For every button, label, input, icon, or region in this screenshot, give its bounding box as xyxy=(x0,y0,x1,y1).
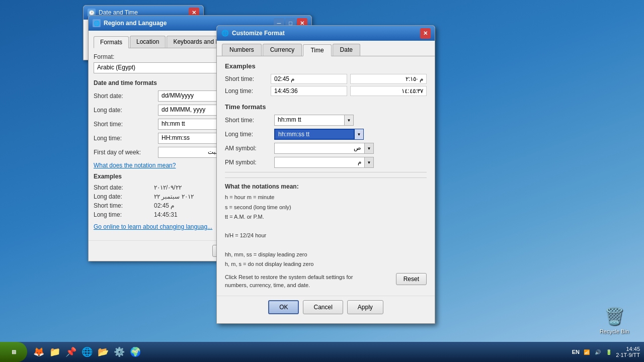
ex-long-time-v1: 14:45:36 xyxy=(271,86,347,96)
start-button[interactable]: ⊞ xyxy=(0,342,27,362)
customize-icon: 🌐 xyxy=(221,29,229,37)
customize-body: Numbers Currency Time Date Examples Shor… xyxy=(217,41,435,323)
start-orb: ⊞ xyxy=(12,349,16,355)
customize-tabs: Numbers Currency Time Date xyxy=(217,41,435,56)
long-time-format-select[interactable]: hh:mm:ss tt xyxy=(274,129,355,140)
short-time-format-select[interactable]: hh:mm tt xyxy=(274,115,345,126)
recycle-bin-icon: 🗑️ xyxy=(602,304,626,328)
long-time-format-arrow[interactable]: ▼ xyxy=(355,129,364,140)
am-symbol-row: AM symbol: ص ▼ xyxy=(225,143,427,154)
short-time-ex-label: Short time: xyxy=(94,202,154,209)
ex-short-time-v2: م ·٢:١٥ xyxy=(350,74,427,84)
customize-format-dialog: 🌐 Customize Format ✕ Numbers Currency Ti… xyxy=(216,25,435,324)
am-symbol-label: AM symbol: xyxy=(225,145,270,152)
ex-short-time-label: Short time: xyxy=(225,74,268,84)
files-icon[interactable]: 📂 xyxy=(96,344,111,359)
recycle-bin-label: Recycle Bin xyxy=(600,328,629,334)
tab-formats[interactable]: Formats xyxy=(94,36,129,48)
network-icon[interactable]: 🌍 xyxy=(128,344,143,359)
taskbar: ⊞ 🦊 📁 📌 🌐 📂 ⚙️ 🌍 EN 📶 🔊 🔋 14:45 2·1T·9/T… xyxy=(0,342,644,362)
volume-icon[interactable]: 🔊 xyxy=(594,348,602,356)
ex-short-time-v1: 02:45 م xyxy=(271,74,347,84)
long-date-ex-value: ٢٠١٢ سبتمبر ٢٢ xyxy=(154,193,194,200)
reset-btn[interactable]: Reset xyxy=(396,273,427,285)
divider xyxy=(225,172,427,172)
notation-section: What the notations mean: h = hour m = mi… xyxy=(225,177,427,269)
customize-cancel-btn[interactable]: Cancel xyxy=(303,300,343,314)
long-time-format-row: Long time: hh:mm:ss tt ▼ xyxy=(225,129,427,140)
short-time-format-label: Short time: xyxy=(225,117,270,124)
long-time-ex-label: Long time: xyxy=(94,211,154,218)
short-date-label: Short date: xyxy=(94,93,154,100)
clock-date: 2·1T·9/TT xyxy=(616,352,640,358)
short-date-ex-value: ٢٠١٢/٠٩/٢٢ xyxy=(154,184,182,191)
customize-title: Customize Format xyxy=(232,30,285,37)
long-date-ex-label: Long date: xyxy=(94,193,154,200)
pm-symbol-arrow[interactable]: ▼ xyxy=(365,157,374,168)
long-date-label: Long date: xyxy=(94,107,154,114)
short-date-ex-label: Short date: xyxy=(94,184,154,191)
customize-titlebar[interactable]: 🌐 Customize Format ✕ xyxy=(217,26,435,41)
customize-footer: OK Cancel Apply xyxy=(217,296,435,318)
pm-symbol-select[interactable]: م xyxy=(274,157,365,168)
notation-tt: tt = A.M. or P.M. xyxy=(225,213,427,222)
desktop: 🕐 Date and Time ✕ Co... 🌐 Region and Lan… xyxy=(0,0,644,362)
customize-content: Examples Short time: 02:45 م م ·٢:١٥ Lon… xyxy=(217,56,435,296)
notation-m: m = minute xyxy=(246,194,275,200)
customize-close-btn[interactable]: ✕ xyxy=(420,28,431,39)
customize-apply-btn[interactable]: Apply xyxy=(347,300,383,314)
notation-hH: h/H = 12/24 hour xyxy=(225,231,427,240)
folder-icon[interactable]: 📁 xyxy=(47,344,62,359)
notation-s: s = second (long time only) xyxy=(225,203,427,212)
am-symbol-arrow[interactable]: ▼ xyxy=(365,143,374,154)
battery-icon[interactable]: 🔋 xyxy=(605,348,613,356)
time-formats-header: Time formats xyxy=(225,103,427,111)
pm-symbol-row: PM symbol: م ▼ xyxy=(225,157,427,168)
long-time-ex-value: 14:45:31 xyxy=(154,211,178,218)
tab-location[interactable]: Location xyxy=(130,36,166,48)
short-time-format-arrow[interactable]: ▼ xyxy=(345,115,354,126)
notation-text: h = hour m = minute s = second (long tim… xyxy=(225,193,427,269)
ex-long-time-label: Long time: xyxy=(225,86,268,96)
region-icon: 🌐 xyxy=(93,19,101,27)
ex-long-time-v2: ١٤:٤٥:٣٧ xyxy=(350,86,427,96)
recycle-bin[interactable]: 🗑️ Recycle Bin xyxy=(600,304,629,334)
firefox-icon[interactable]: 🦊 xyxy=(31,344,46,359)
pm-symbol-label: PM symbol: xyxy=(225,159,270,166)
opera-icon[interactable]: 🌐 xyxy=(79,344,95,359)
short-time-format-row: Short time: hh:mm tt ▼ xyxy=(225,115,427,126)
short-time-ex-value: 02:45 م xyxy=(154,202,174,209)
control-icon[interactable]: ⚙️ xyxy=(112,344,127,359)
notation-title: What the notations mean: xyxy=(225,183,427,190)
notation-leading1: hh, mm, ss = display leading zero xyxy=(225,250,427,259)
tab-currency[interactable]: Currency xyxy=(263,44,302,56)
lang-indicator[interactable]: EN xyxy=(572,348,580,356)
tab-date[interactable]: Date xyxy=(333,44,360,56)
taskbar-clock[interactable]: 14:45 2·1T·9/TT xyxy=(616,346,640,358)
am-symbol-select[interactable]: ص xyxy=(274,143,365,154)
first-day-label: First day of week: xyxy=(94,149,154,156)
examples-header: Examples xyxy=(225,62,427,70)
short-time-label: Short time: xyxy=(94,121,154,128)
taskbar-quick-launch: 🦊 📁 📌 🌐 📂 ⚙️ 🌍 xyxy=(29,344,145,359)
taskbar-tray: EN 📶 🔊 🔋 14:45 2·1T·9/TT xyxy=(568,346,644,358)
notation-h: h = hour xyxy=(225,194,246,200)
tab-time[interactable]: Time xyxy=(303,44,331,56)
long-time-format-label: Long time: xyxy=(225,131,270,138)
tab-numbers[interactable]: Numbers xyxy=(222,44,262,56)
network-tray-icon[interactable]: 📶 xyxy=(583,348,591,356)
clock-time: 14:45 xyxy=(616,346,640,352)
reset-row: Click Reset to restore the system defaul… xyxy=(225,273,427,290)
pin-icon[interactable]: 📌 xyxy=(63,344,78,359)
customize-ok-btn[interactable]: OK xyxy=(268,300,299,314)
notation-leading2: h, m, s = do not display leading zero xyxy=(225,260,427,269)
reset-text: Click Reset to restore the system defaul… xyxy=(225,273,366,290)
long-time-label: Long time: xyxy=(94,135,154,142)
